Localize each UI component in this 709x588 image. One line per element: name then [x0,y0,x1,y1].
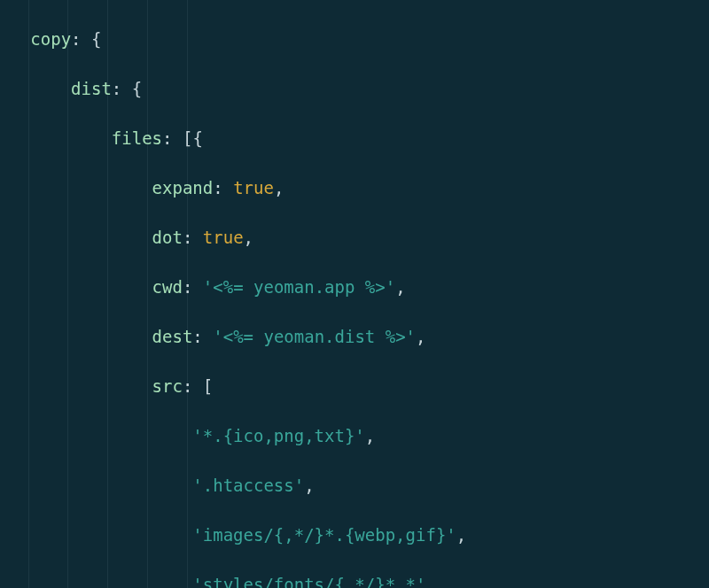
code-editor[interactable]: copy: { dist: { files: [{ expand: true, … [0,0,709,588]
property-key: dest [152,327,193,346]
property-key: dist [71,79,112,98]
string-literal: '<%= yeoman.dist %>' [213,327,416,346]
string-literal: '<%= yeoman.app %>' [203,277,395,297]
property-key: copy [30,29,71,49]
code-line: files: [{ [0,126,709,151]
code-line: '.htaccess', [0,473,709,498]
code-line: dist: { [0,76,709,101]
property-key: expand [152,178,214,197]
string-literal: '*.{ico,png,txt}' [192,426,364,445]
boolean-literal: true [233,178,274,197]
property-key: files [112,128,162,148]
code-line: '*.{ico,png,txt}', [0,423,709,448]
property-key: cwd [152,277,183,297]
code-block: copy: { dist: { files: [{ expand: true, … [0,2,709,588]
code-line: 'styles/fonts/{,*/}*.*', [0,572,709,588]
string-literal: '.htaccess' [192,476,304,495]
property-key: dot [152,228,183,247]
code-line: cwd: '<%= yeoman.app %>', [0,275,709,299]
code-line: expand: true, [0,175,709,200]
code-line: dest: '<%= yeoman.dist %>', [0,324,709,349]
code-line: src: [ [0,374,709,398]
boolean-literal: true [203,228,244,247]
property-key: src [152,376,183,396]
code-line: copy: { [0,27,709,51]
string-literal: 'images/{,*/}*.{webp,gif}' [192,525,456,545]
code-line: 'images/{,*/}*.{webp,gif}', [0,522,709,547]
string-literal: 'styles/fonts/{,*/}*.*' [192,575,425,588]
code-line: dot: true, [0,225,709,250]
